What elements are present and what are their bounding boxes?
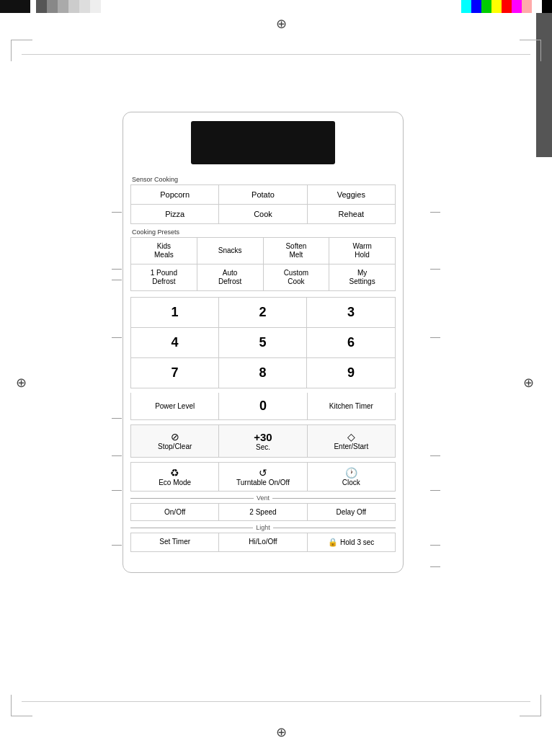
eco-row: ♻ Eco Mode ↺ Turntable On/Off 🕐 Clock: [130, 462, 396, 492]
bracket-action-left: [112, 455, 122, 456]
plus30-sub: Sec.: [256, 443, 270, 451]
vent-2speed-button[interactable]: 2 Speed: [219, 504, 307, 520]
light-line-right: [273, 528, 396, 528]
eco-mode-icon: ♻: [134, 467, 215, 479]
light-label: Light: [256, 524, 270, 531]
plus30-button[interactable]: +30 Sec.: [219, 425, 307, 457]
presets-row-1: KidsMeals Snacks SoftenMelt WarmHold: [131, 238, 395, 264]
reg-mark-top: ⊕: [276, 16, 287, 32]
num-5-button[interactable]: 5: [219, 328, 307, 358]
enter-start-icon: ◇: [311, 431, 392, 443]
warm-hold-button[interactable]: WarmHold: [329, 238, 395, 264]
vent-line-right: [272, 498, 396, 499]
sensor-row-2: Pizza Cook Reheat: [131, 205, 395, 223]
num-1-button[interactable]: 1: [131, 298, 219, 328]
bracket-sensor-bottom-right: [430, 269, 440, 270]
hi-lo-off-button[interactable]: Hi/Lo/Off: [219, 533, 307, 551]
sensor-cooking-grid: Popcorn Potato Veggies Pizza Cook Reheat: [130, 184, 396, 224]
stop-clear-icon: ⊘: [134, 431, 215, 443]
num-7-button[interactable]: 7: [131, 358, 219, 388]
sensor-cooking-label: Sensor Cooking: [130, 176, 396, 183]
plus30-value: +30: [222, 431, 303, 443]
popcorn-button[interactable]: Popcorn: [131, 185, 219, 204]
num-2-button[interactable]: 2: [219, 298, 307, 328]
bracket-sensor-right: [430, 212, 440, 213]
color-bar-pink: [522, 0, 532, 13]
turntable-button[interactable]: ↺ Turntable On/Off: [219, 463, 307, 491]
bracket-sensor-bottom-left: [112, 269, 122, 270]
bracket-light-right: [430, 566, 440, 567]
snacks-button[interactable]: Snacks: [197, 238, 264, 264]
color-bar: [90, 0, 101, 13]
color-bar-blue: [471, 0, 481, 13]
bracket-eco-left: [112, 490, 122, 491]
hold3sec-label: Hold 3 sec: [340, 538, 374, 546]
num-0-button[interactable]: 0: [219, 393, 307, 419]
sensor-row-1: Popcorn Potato Veggies: [131, 185, 395, 205]
reg-mark-bottom: ⊕: [276, 724, 287, 740]
display-screen: [191, 121, 335, 164]
bottom-row-1: Power Level 0 Kitchen Timer: [130, 393, 396, 420]
my-settings-button[interactable]: MySettings: [329, 264, 395, 290]
soften-melt-button[interactable]: SoftenMelt: [264, 238, 330, 264]
color-bar-green: [481, 0, 491, 13]
enter-start-button[interactable]: ◇ Enter/Start: [308, 425, 395, 457]
light-section-label-row: Light: [130, 524, 396, 531]
kitchen-timer-button[interactable]: Kitchen Timer: [308, 393, 395, 419]
potato-button[interactable]: Potato: [219, 185, 307, 204]
light-row: Set Timer Hi/Lo/Off 🔒 Hold 3 sec: [130, 533, 396, 552]
cooking-presets-label: Cooking Presets: [130, 228, 396, 236]
cooking-presets-grid: KidsMeals Snacks SoftenMelt WarmHold 1 P…: [130, 237, 396, 291]
side-band: [536, 13, 552, 157]
color-bars-right: [461, 0, 552, 13]
presets-row-2: 1 PoundDefrost AutoDefrost CustomCook My…: [131, 264, 395, 290]
vent-delayoff-button[interactable]: Delay Off: [308, 504, 395, 520]
vent-onoff-button[interactable]: On/Off: [131, 504, 219, 520]
numpad: 1 2 3 4 5 6 7 8 9: [130, 297, 396, 388]
bracket-presets-bottom-left: [112, 337, 122, 338]
color-bar: [36, 0, 47, 13]
corner-mark-tl: [11, 40, 32, 61]
auto-defrost-button[interactable]: AutoDefrost: [197, 264, 264, 290]
corner-mark-br: [520, 695, 541, 716]
reg-mark-left: ⊕: [16, 375, 27, 391]
action-row: ⊘ Stop/Clear +30 Sec. ◇ Enter/Start: [130, 424, 396, 458]
color-bar-yellow: [491, 0, 502, 13]
color-bar: [68, 0, 79, 13]
light-line-left: [130, 528, 253, 528]
num-8-button[interactable]: 8: [219, 358, 307, 388]
set-timer-button[interactable]: Set Timer: [131, 533, 219, 551]
bracket-sensor-left: [112, 212, 122, 213]
bracket-vent-right: [430, 545, 440, 546]
reheat-button[interactable]: Reheat: [308, 205, 395, 223]
color-bar: [58, 0, 68, 13]
power-level-button[interactable]: Power Level: [131, 393, 219, 419]
custom-cook-button[interactable]: CustomCook: [264, 264, 330, 290]
bracket-presets-right: [430, 337, 440, 338]
stop-clear-button[interactable]: ⊘ Stop/Clear: [131, 425, 219, 457]
pizza-button[interactable]: Pizza: [131, 205, 219, 223]
num-6-button[interactable]: 6: [307, 328, 395, 358]
color-bar-black2: [542, 0, 552, 13]
color-bar: [79, 0, 90, 13]
num-4-button[interactable]: 4: [131, 328, 219, 358]
num-9-button[interactable]: 9: [307, 358, 395, 388]
kids-meals-button[interactable]: KidsMeals: [131, 238, 197, 264]
veggies-button[interactable]: Veggies: [308, 185, 395, 204]
corner-mark-tr: [520, 40, 541, 61]
clock-icon: 🕐: [311, 467, 392, 479]
color-bar-magenta: [512, 0, 522, 13]
one-pound-defrost-button[interactable]: 1 PoundDefrost: [131, 264, 197, 290]
microwave-panel: Sensor Cooking Popcorn Potato Veggies Pi…: [123, 112, 404, 573]
reg-mark-right: ⊕: [523, 375, 534, 391]
cook-button[interactable]: Cook: [219, 205, 307, 223]
eco-mode-button[interactable]: ♻ Eco Mode: [131, 463, 219, 491]
vent-line-left: [130, 498, 254, 499]
num-3-button[interactable]: 3: [307, 298, 395, 328]
bracket-eco-right: [430, 490, 440, 491]
rule-bottom: [22, 701, 530, 702]
color-bar: [30, 0, 36, 13]
hold-3sec-button[interactable]: 🔒 Hold 3 sec: [308, 533, 395, 551]
lock-icon: 🔒: [328, 538, 338, 546]
clock-button[interactable]: 🕐 Clock: [308, 463, 395, 491]
